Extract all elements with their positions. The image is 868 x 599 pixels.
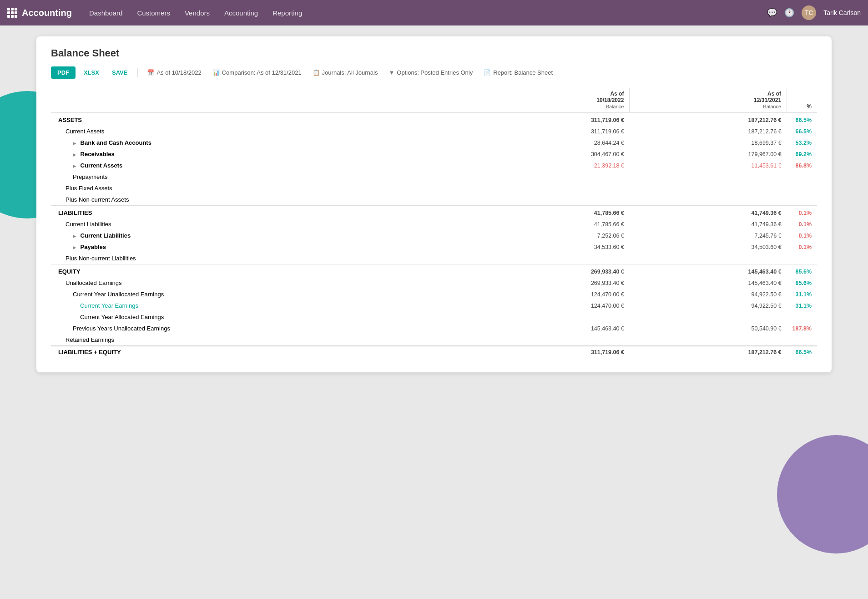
- row-pct: [787, 171, 817, 183]
- row-pct: 0.1%: [787, 230, 817, 241]
- row-val2: 7,245.76 €: [630, 230, 787, 241]
- row-val1: 7,252.06 €: [472, 230, 630, 241]
- row-val1: 269,933.40 €: [472, 277, 630, 289]
- xlsx-button[interactable]: XLSX: [79, 66, 104, 79]
- page-card: Balance Sheet PDF XLSX SAVE 📅 As of 10/1…: [36, 36, 832, 372]
- row-pct: 31.1%: [787, 300, 817, 311]
- row-label: EQUITY: [51, 264, 472, 278]
- row-label: Unallocated Earnings: [51, 277, 472, 289]
- row-val1: 124,470.00 €: [472, 300, 630, 311]
- th-label: [51, 88, 472, 113]
- row-val2: [630, 253, 787, 264]
- journals-filter[interactable]: 📋 Journals: All Journals: [309, 67, 382, 78]
- journals-filter-label: Journals: All Journals: [322, 69, 378, 76]
- pdf-button[interactable]: PDF: [51, 66, 76, 79]
- row-pct: 85.6%: [787, 277, 817, 289]
- user-name[interactable]: Tarik Carlson: [823, 9, 861, 16]
- row-val1: 311,719.06 €: [472, 346, 630, 358]
- row-val2: 94,922.50 €: [630, 289, 787, 300]
- table-row: Current Year Earnings 124,470.00 € 94,92…: [51, 300, 817, 311]
- grid-icon: [7, 8, 17, 18]
- nav-vendors[interactable]: Vendors: [178, 6, 216, 20]
- clock-icon[interactable]: 🕐: [784, 8, 794, 18]
- row-val1: 311,719.06 €: [472, 113, 630, 126]
- row-label: Plus Fixed Assets: [51, 183, 472, 194]
- row-val2: 94,922.50 €: [630, 300, 787, 311]
- row-val1: 34,533.60 €: [472, 241, 630, 253]
- nav-accounting[interactable]: Accounting: [218, 6, 264, 20]
- row-val1: [472, 183, 630, 194]
- toolbar: PDF XLSX SAVE 📅 As of 10/18/2022 📊 Compa…: [51, 66, 817, 79]
- row-label[interactable]: Current Year Earnings: [51, 300, 472, 311]
- row-val2: 187,212.76 €: [630, 346, 787, 358]
- row-val2: [630, 334, 787, 346]
- nav-links: Dashboard Customers Vendors Accounting R…: [83, 6, 767, 20]
- row-val1: 41,785.66 €: [472, 206, 630, 219]
- table-row: LIABILITIES + EQUITY 311,719.06 € 187,21…: [51, 346, 817, 358]
- table-row: LIABILITIES 41,785.66 € 41,749.36 € 0.1%: [51, 206, 817, 219]
- row-pct: [787, 311, 817, 323]
- th-pct: %: [787, 88, 817, 113]
- row-val2: 34,503.60 €: [630, 241, 787, 253]
- row-label: Retained Earnings: [51, 334, 472, 346]
- table-row: Current Year Allocated Earnings: [51, 311, 817, 323]
- nav-dashboard[interactable]: Dashboard: [83, 6, 129, 20]
- table-row: Plus Fixed Assets: [51, 183, 817, 194]
- bg-decoration-purple: [777, 435, 868, 553]
- row-label: Current Liabilities: [51, 218, 472, 230]
- row-label: ▶ Payables: [51, 241, 472, 253]
- table-row: Current Assets 311,719.06 € 187,212.76 €…: [51, 126, 817, 137]
- report-filter-label: Report: Balance Sheet: [493, 69, 553, 76]
- table-row: Unallocated Earnings 269,933.40 € 145,46…: [51, 277, 817, 289]
- row-pct: 0.1%: [787, 206, 817, 219]
- table-row: EQUITY 269,933.40 € 145,463.40 € 85.6%: [51, 264, 817, 278]
- book-icon: 📋: [313, 69, 320, 76]
- options-filter-label: Options: Posted Entries Only: [397, 69, 473, 76]
- th-col1: As of10/18/2022Balance: [472, 88, 630, 113]
- toolbar-divider-1: [137, 68, 138, 77]
- comparison-filter[interactable]: 📊 Comparison: As of 12/31/2021: [209, 67, 305, 78]
- row-val1: [472, 253, 630, 264]
- row-pct: [787, 194, 817, 206]
- date-filter[interactable]: 📅 As of 10/18/2022: [143, 67, 205, 78]
- row-val2: [630, 183, 787, 194]
- table-row: Current Liabilities 41,785.66 € 41,749.3…: [51, 218, 817, 230]
- table-row: ▶ Current Assets -21,392.18 € -11,453.61…: [51, 160, 817, 171]
- table-row: ASSETS 311,719.06 € 187,212.76 € 66.5%: [51, 113, 817, 126]
- row-label: LIABILITIES: [51, 206, 472, 219]
- row-val2: [630, 194, 787, 206]
- table-row: Plus Non-current Assets: [51, 194, 817, 206]
- row-val1: -21,392.18 €: [472, 160, 630, 171]
- options-filter[interactable]: ▼ Options: Posted Entries Only: [385, 67, 476, 78]
- row-pct: [787, 334, 817, 346]
- avatar: TC: [802, 5, 816, 20]
- th-col2: As of12/31/2021Balance: [630, 88, 787, 113]
- save-button[interactable]: SAVE: [107, 66, 132, 79]
- report-filter[interactable]: 📄 Report: Balance Sheet: [480, 67, 556, 78]
- row-label: Current Assets: [51, 126, 472, 137]
- row-val1: 311,719.06 €: [472, 126, 630, 137]
- row-val2: [630, 311, 787, 323]
- nav-reporting[interactable]: Reporting: [266, 6, 308, 20]
- row-label: ▶ Bank and Cash Accounts: [51, 137, 472, 148]
- row-val1: [472, 334, 630, 346]
- row-pct: 86.8%: [787, 160, 817, 171]
- row-pct: [787, 253, 817, 264]
- funnel-icon: ▼: [389, 69, 394, 76]
- row-label: ▶ Current Assets: [51, 160, 472, 171]
- nav-customers[interactable]: Customers: [131, 6, 177, 20]
- row-label: Current Year Unallocated Earnings: [51, 289, 472, 300]
- chat-icon[interactable]: 💬: [767, 8, 777, 18]
- row-pct: [787, 183, 817, 194]
- date-filter-label: As of 10/18/2022: [156, 69, 201, 76]
- table-row: Prepayments: [51, 171, 817, 183]
- row-pct: 66.5%: [787, 113, 817, 126]
- brand[interactable]: Accounting: [7, 8, 72, 18]
- row-pct: 53.2%: [787, 137, 817, 148]
- table-row: ▶ Current Liabilities 7,252.06 € 7,245.7…: [51, 230, 817, 241]
- row-val2: 41,749.36 €: [630, 206, 787, 219]
- row-label: Prepayments: [51, 171, 472, 183]
- row-val1: 41,785.66 €: [472, 218, 630, 230]
- table-row: ▶ Bank and Cash Accounts 28,644.24 € 18,…: [51, 137, 817, 148]
- row-pct: 66.5%: [787, 346, 817, 358]
